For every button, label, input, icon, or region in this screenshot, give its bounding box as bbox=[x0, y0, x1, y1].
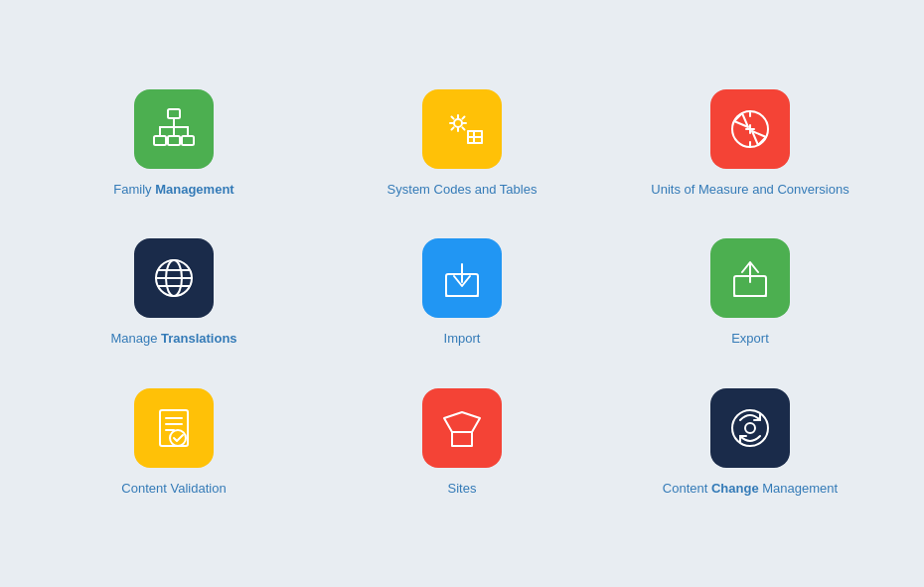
tile-content-validation[interactable]: Content Validation bbox=[60, 388, 288, 498]
icon-box-units bbox=[710, 89, 790, 169]
tile-manage-translations[interactable]: Manage Translations bbox=[60, 238, 288, 348]
tile-export[interactable]: Export bbox=[636, 238, 864, 348]
label-export: Export bbox=[731, 330, 769, 348]
icon-box-sites bbox=[422, 388, 502, 468]
export-icon bbox=[726, 254, 774, 302]
label-content-validation: Content Validation bbox=[121, 480, 226, 498]
compass-icon bbox=[726, 105, 774, 153]
label-system-codes: System Codes and Tables bbox=[387, 181, 538, 199]
label-units: Units of Measure and Conversions bbox=[651, 181, 848, 199]
svg-rect-0 bbox=[168, 109, 180, 118]
svg-rect-3 bbox=[182, 136, 194, 145]
svg-point-33 bbox=[170, 430, 186, 446]
icon-box-export bbox=[710, 238, 790, 318]
refresh-circle-icon bbox=[726, 404, 774, 452]
import-icon bbox=[438, 254, 486, 302]
gear-grid-icon bbox=[438, 105, 486, 153]
tile-family-management[interactable]: Family Management bbox=[60, 89, 288, 199]
svg-rect-29 bbox=[160, 410, 188, 446]
label-sites: Sites bbox=[448, 480, 477, 498]
svg-point-9 bbox=[454, 119, 462, 127]
label-import: Import bbox=[444, 330, 481, 348]
label-ccm: Content Change Management bbox=[663, 480, 838, 498]
tile-units-of-measure[interactable]: Units of Measure and Conversions bbox=[636, 89, 864, 199]
tile-content-change-management[interactable]: Content Change Management bbox=[636, 388, 864, 498]
icon-box-content-validation bbox=[134, 388, 214, 468]
icon-box-family-management bbox=[134, 89, 214, 169]
icon-box-translations bbox=[134, 238, 214, 318]
hierarchy-icon bbox=[150, 105, 198, 153]
main-grid: Family Management System Codes and Table… bbox=[0, 50, 924, 537]
icon-box-ccm bbox=[710, 388, 790, 468]
label-translations: Manage Translations bbox=[110, 330, 236, 348]
globe-icon bbox=[150, 254, 198, 302]
svg-rect-1 bbox=[154, 136, 166, 145]
svg-marker-34 bbox=[444, 412, 480, 446]
tile-import[interactable]: Import bbox=[348, 238, 576, 348]
icon-box-system-codes bbox=[422, 89, 502, 169]
icon-box-import bbox=[422, 238, 502, 318]
tile-system-codes[interactable]: System Codes and Tables bbox=[348, 89, 576, 199]
tile-sites[interactable]: Sites bbox=[348, 388, 576, 498]
label-family-management: Family Management bbox=[113, 181, 233, 199]
filter-icon bbox=[438, 404, 486, 452]
document-check-icon bbox=[150, 404, 198, 452]
svg-point-37 bbox=[745, 423, 755, 433]
svg-rect-2 bbox=[168, 136, 180, 145]
